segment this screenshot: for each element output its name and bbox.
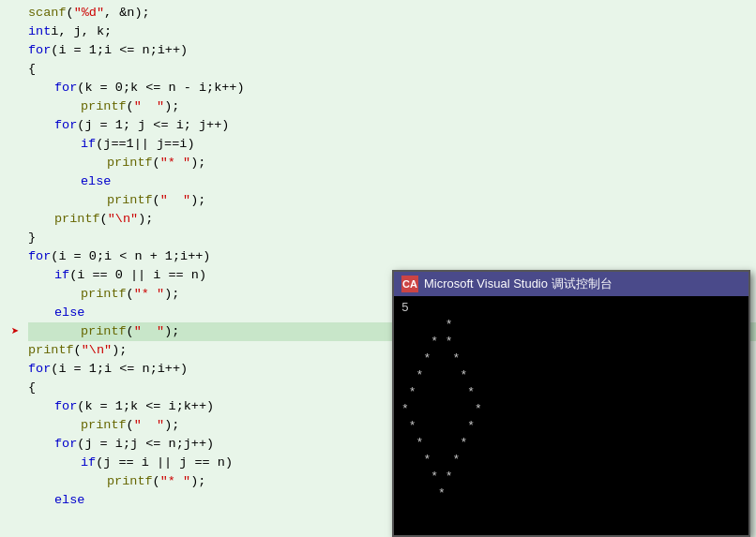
console-body: 5 * * * * * * * * * * * * * * * * * * * … <box>394 296 748 535</box>
input-number: 5 <box>401 301 409 315</box>
code-line-8: if(j==1|| j==i) <box>28 135 756 154</box>
code-line-10: else <box>28 172 756 191</box>
code-line-3: for (i = 1;i <= n;i++) <box>28 41 756 60</box>
breakpoint-arrow: ➤ <box>11 322 19 341</box>
code-line-9: printf("* "); <box>28 154 756 172</box>
code-line-6: printf(" "); <box>28 97 756 116</box>
console-title: Microsoft Visual Studio 调试控制台 <box>424 276 612 292</box>
code-line-14: for (i = 0;i < n + 1;i++) <box>28 247 756 266</box>
code-line-11: printf(" "); <box>28 191 756 210</box>
code-line-13: } <box>28 229 756 247</box>
console-output: 5 * * * * * * * * * * * * * * * * * * * … <box>401 300 741 502</box>
code-line-12: printf("\n"); <box>28 210 756 229</box>
console-window: CA Microsoft Visual Studio 调试控制台 5 * * *… <box>392 270 750 537</box>
code-line-4: { <box>28 60 756 79</box>
console-titlebar: CA Microsoft Visual Studio 调试控制台 <box>394 272 748 296</box>
code-line-1: scanf("%d", &n); <box>28 4 756 22</box>
code-line-5: for (k = 0;k <= n - i;k++) <box>28 79 756 97</box>
vs-icon: CA <box>401 276 418 292</box>
code-line-7: for (j = 1; j <= i; j++) <box>28 116 756 135</box>
code-line-2: int i, j, k; <box>28 22 756 41</box>
